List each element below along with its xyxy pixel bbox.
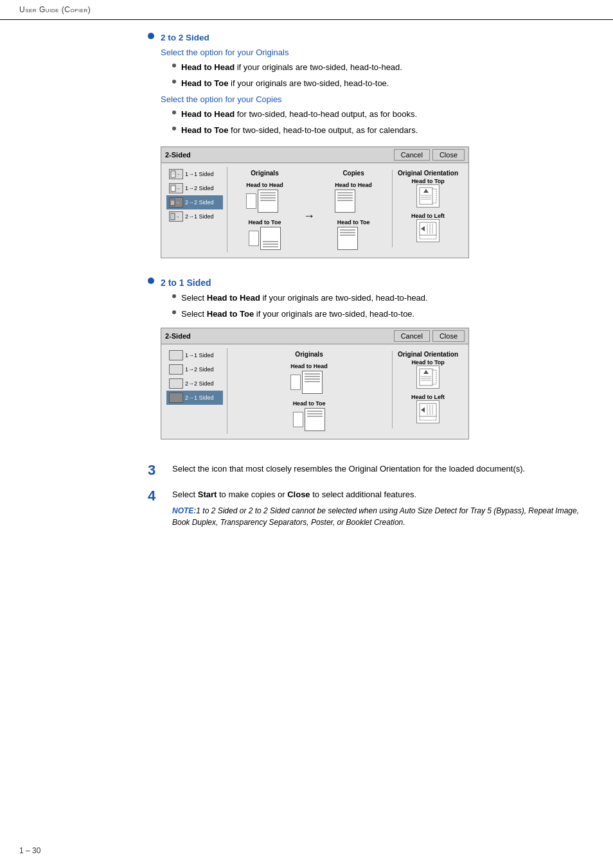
dialog2-opt-2to1-label: 2→1 Sided [185, 394, 214, 401]
dialog2-ori-left-label: Head to Left [411, 394, 445, 400]
sub-bullet-htt-copies: Head to Toe for two-sided, head-to-toe o… [172, 124, 594, 137]
dialog1-copies-label: Copies [342, 170, 364, 177]
dialog1-orig-htt[interactable]: Head to Toe [249, 219, 281, 250]
dialog1-ori-left-svg [418, 221, 438, 240]
title-2to1sided: 2 to 1 Sided [161, 278, 594, 288]
dialog2-opt-2to2[interactable]: 2→2 Sided [166, 376, 223, 391]
dialog1-titlebar: 2-Sided Cancel Close [161, 147, 468, 163]
2to1-sub: Select Head to Head if your originals ar… [172, 292, 594, 320]
title-2to2sided: 2 to 2 Sided [161, 33, 594, 42]
dialog2-orig-hth-icon-left [290, 375, 301, 390]
dialog2-orig-hth[interactable]: Head to Head [290, 363, 328, 394]
dialog1-main: Originals Head to Head [227, 167, 463, 252]
dialog2-opt-1to2[interactable]: 1→2 Sided [166, 362, 223, 376]
dialog1-panel-cols: Originals Head to Head [233, 170, 458, 250]
header-title: User Guide (Copier) [19, 5, 91, 14]
dialog2-opt-1to1[interactable]: 1→1 Sided [166, 348, 223, 362]
step4-note: NOTE:1 to 2 Sided or 2 to 2 Sided cannot… [172, 505, 594, 528]
icon-2to2: → [170, 199, 182, 207]
copies-hth-text: Head to Head for two-sided, head-to-head… [181, 108, 417, 121]
dialog1-opt-1to2-label: 1→2 Sided [185, 185, 214, 191]
dialog1-orig-hth[interactable]: Head to Head [246, 182, 283, 213]
dialog1-orig-htt-icon-right [260, 227, 281, 250]
orig-hth-text: Head to Head if your originals are two-s… [181, 61, 402, 74]
dialog1-opt-1to2[interactable]: → 1→2 Sided [166, 181, 223, 195]
dialog1-ori-top[interactable]: Head to Top [398, 178, 458, 208]
dialog2-panel-cols: Originals Head to Head [233, 351, 458, 431]
dialog2-originals-label: Originals [295, 351, 323, 358]
dialog2-orig-htt-icon-right [305, 408, 325, 431]
title-2to2sided-text: 2 to 2 Sided [161, 33, 209, 42]
step-4-text: Select Start to make copies or Close to … [172, 488, 594, 528]
dialog2-opt-1to1-label: 1→1 Sided [185, 352, 214, 359]
dialog2-orig-htt-icon-left [293, 412, 303, 427]
dialog2-ori-left-img [416, 400, 440, 423]
dialog1-cancel-btn[interactable]: Cancel [394, 149, 430, 161]
header: User Guide (Copier) [0, 0, 613, 20]
bullet-dot-2to2 [148, 33, 154, 39]
step4-text-end: to select additional features. [310, 490, 417, 499]
dialog1-orig-htt-icon-left [249, 231, 259, 246]
2to1-hth-text: Select Head to Head if your originals ar… [181, 292, 428, 305]
dialog1-close-btn[interactable]: Close [432, 149, 465, 161]
dot2 [172, 80, 176, 84]
dialog1-opt-2to2[interactable]: → 2→2 Sided [166, 195, 223, 209]
dialog2-buttons: Cancel Close [394, 330, 465, 342]
dot3 [172, 111, 176, 114]
dialog2-opt-2to2-label: 2→2 Sided [185, 380, 214, 387]
dialog2-cancel-btn[interactable]: Cancel [394, 330, 430, 342]
dialog1-sidebar: → 1→1 Sided [166, 167, 227, 252]
dialog2-orig-htt[interactable]: Head to Toe [293, 400, 326, 431]
note-label: NOTE: [172, 506, 196, 515]
dialog1-columns: → 1→1 Sided [166, 167, 463, 252]
step-3-number: 3 [148, 463, 166, 478]
dialog1-opt-1to1[interactable]: → 1→1 Sided [166, 167, 223, 181]
step4-text-mid: to make copies or [217, 490, 287, 499]
dialog2-opt-1to2-icon [169, 364, 183, 375]
dialog1-copies-htt[interactable]: Head to Toe [337, 219, 370, 250]
dialog2-opt-1to1-icon [169, 350, 183, 360]
sub-bullet-hth-copies: Head to Head for two-sided, head-to-head… [172, 108, 594, 121]
dialog2-main: Originals Head to Head [227, 348, 463, 434]
dialog-2sided-1: 2-Sided Cancel Close [161, 146, 469, 258]
dialog2-opt-1to2-label: 1→2 Sided [185, 366, 214, 373]
section-2to1sided: 2 to 1 Sided Select Head to Head if your… [148, 278, 594, 452]
dialog1-orientation-col: Original Orientation Head to Top [392, 170, 458, 247]
step-4-number: 4 [148, 488, 166, 504]
note-text: 1 to 2 Sided or 2 to 2 Sided cannot be s… [172, 506, 579, 527]
dialog1-ori-top-svg [418, 186, 438, 206]
sub-bullet-htt-2to1: Select Head to Toe if your originals are… [172, 308, 594, 321]
sub-bullet-htt-orig: Head to Toe if your originals are two-si… [172, 77, 594, 90]
dialog1-ori-left[interactable]: Head to Left [398, 213, 458, 242]
dialog1-ori-left-label: Head to Left [411, 213, 445, 219]
dialog2-columns: 1→1 Sided 1→2 Sided 2→2 Sided [166, 348, 463, 434]
dialog2-sidebar: 1→1 Sided 1→2 Sided 2→2 Sided [166, 348, 227, 434]
dialog1-copies-hth-label: Head to Head [335, 182, 372, 188]
svg-text:→: → [176, 186, 181, 191]
svg-text:→: → [175, 215, 180, 219]
copies-sub: Head to Head for two-sided, head-to-head… [172, 108, 594, 136]
dialog1-copies-hth[interactable]: Head to Head [335, 182, 372, 213]
dialog2-close-btn[interactable]: Close [432, 330, 465, 342]
svg-rect-5 [171, 185, 175, 191]
step4-bold-start: Start [198, 490, 217, 499]
step4-text-start: Select [172, 490, 198, 499]
svg-text:→: → [175, 200, 180, 205]
svg-text:→: → [176, 172, 181, 177]
dialog2-ori-left-svg [418, 402, 438, 421]
title-2to1sided-text: 2 to 1 Sided [161, 278, 211, 288]
dialog2-orientation-label: Original Orientation [398, 351, 458, 358]
dialog1-opt-2to1[interactable]: → 2→1 Sided [166, 209, 223, 224]
dialog1-opt-2to1-label: 2→1 Sided [185, 213, 214, 220]
svg-rect-8 [170, 199, 175, 206]
icon-2to1: → [170, 213, 182, 221]
dialog2-ori-top[interactable]: Head to Top [398, 359, 458, 389]
dialog2-opt-2to1[interactable]: 2→1 Sided [166, 391, 223, 405]
dot4 [172, 127, 176, 130]
svg-rect-0 [171, 171, 175, 177]
dialog2-ori-left[interactable]: Head to Left [398, 394, 458, 423]
bullet-dot-2to1 [148, 278, 154, 284]
dialog1-orig-hth-icon-right [258, 190, 278, 213]
dialog1-arrow: → [303, 209, 315, 223]
page-footer: 1 – 30 [19, 846, 40, 855]
